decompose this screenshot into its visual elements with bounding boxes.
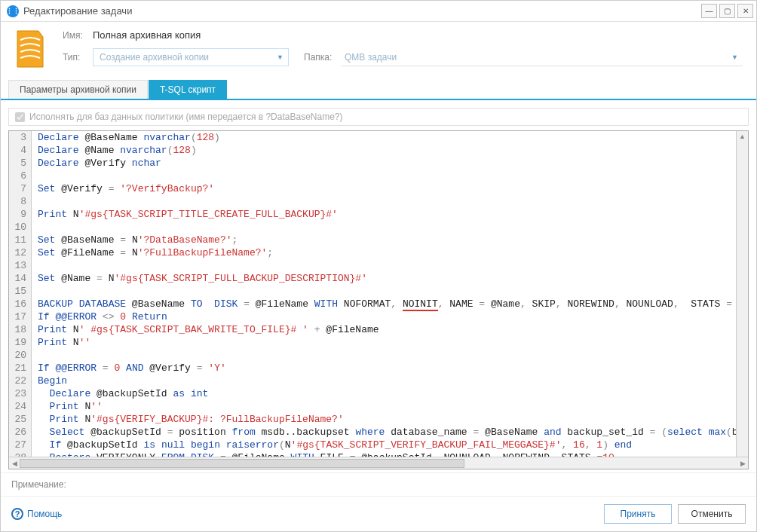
code-area[interactable]: Declare @BaseName nvarchar(128)Declare @… <box>32 131 748 457</box>
close-button[interactable]: ✕ <box>737 4 753 18</box>
execute-for-policy-row: Исполнять для баз данных политики (имя п… <box>8 108 749 126</box>
footer: ? Помощь Принять Отменить <box>1 496 756 531</box>
tab-bar: Параметры архивной копии T-SQL скрипт <box>1 80 756 100</box>
chevron-down-icon: ▼ <box>277 54 283 61</box>
vertical-scrollbar[interactable]: ▲ <box>736 131 748 457</box>
note-row: Примечание: <box>1 472 756 496</box>
window-title: Редактирование задачи <box>23 5 701 17</box>
type-dropdown-value: Создание архивной копии <box>100 52 209 63</box>
folder-dropdown[interactable]: QMB задачи ▼ <box>342 48 743 66</box>
name-label: Имя: <box>63 30 93 41</box>
help-label: Помощь <box>27 509 62 519</box>
line-gutter: 3456789101112131415161718192021222324252… <box>9 131 32 457</box>
app-icon: ⋮⋮ <box>7 5 19 17</box>
header-area: Имя: Полная архивная копия Тип: Создание… <box>1 22 756 80</box>
maximize-button[interactable]: ▢ <box>719 4 735 18</box>
tab-backup-params[interactable]: Параметры архивной копии <box>8 80 148 99</box>
execute-for-policy-checkbox[interactable] <box>15 112 25 122</box>
type-dropdown[interactable]: Создание архивной копии ▼ <box>93 48 289 66</box>
cancel-button[interactable]: Отменить <box>678 504 746 524</box>
name-input[interactable]: Полная архивная копия <box>93 29 743 41</box>
help-link[interactable]: ? Помощь <box>11 508 62 520</box>
minimize-button[interactable]: — <box>701 4 717 18</box>
help-icon: ? <box>11 508 23 520</box>
code-editor[interactable]: 3456789101112131415161718192021222324252… <box>8 130 749 469</box>
folder-dropdown-value: QMB задачи <box>345 52 397 63</box>
scroll-right-icon[interactable]: ▶ <box>737 460 748 467</box>
tab-tsql-script[interactable]: T-SQL скрипт <box>149 80 227 99</box>
accept-button[interactable]: Принять <box>604 504 672 524</box>
task-file-icon <box>13 29 48 69</box>
horizontal-scrollbar[interactable]: ◀ ▶ <box>9 457 748 469</box>
type-label: Тип: <box>63 52 93 63</box>
folder-label: Папка: <box>304 52 342 63</box>
titlebar: ⋮⋮ Редактирование задачи — ▢ ✕ <box>1 1 756 22</box>
execute-for-policy-label: Исполнять для баз данных политики (имя п… <box>29 112 342 122</box>
note-label: Примечание: <box>11 479 66 490</box>
chevron-down-icon: ▼ <box>731 54 738 61</box>
scroll-up-icon[interactable]: ▲ <box>739 133 746 143</box>
scroll-thumb[interactable] <box>20 459 464 468</box>
scroll-left-icon[interactable]: ◀ <box>9 460 20 467</box>
